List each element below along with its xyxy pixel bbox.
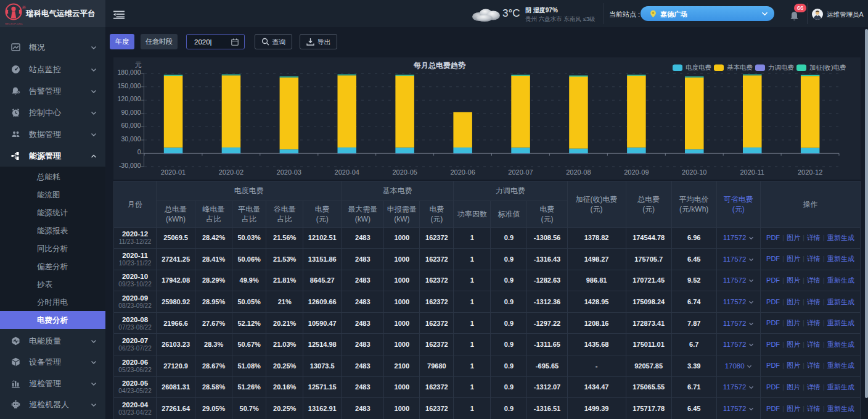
svg-text:2020-07: 2020-07 — [508, 168, 533, 176]
svg-text:2020-05: 2020-05 — [393, 168, 417, 176]
svg-text:2020-08: 2020-08 — [566, 168, 591, 176]
svg-text:2020-02: 2020-02 — [219, 168, 244, 176]
svg-text:2020-11: 2020-11 — [740, 168, 764, 176]
svg-text:60,000: 60,000 — [121, 122, 141, 129]
svg-text:150,000: 150,000 — [118, 82, 141, 89]
svg-text:-30,000: -30,000 — [119, 162, 141, 169]
svg-text:电度电费: 电度电费 — [686, 64, 711, 71]
svg-text:180,000: 180,000 — [118, 68, 141, 76]
svg-text:力调电费: 力调电费 — [768, 64, 794, 71]
svg-text:2020-06: 2020-06 — [450, 168, 475, 176]
svg-text:2020-04: 2020-04 — [335, 168, 359, 176]
svg-text:2020-10: 2020-10 — [682, 168, 706, 176]
svg-text:0: 0 — [137, 148, 141, 156]
svg-text:120,000: 120,000 — [118, 95, 141, 102]
svg-text:90,000: 90,000 — [121, 109, 141, 116]
svg-text:加征(收)电费: 加征(收)电费 — [809, 64, 846, 71]
svg-text:元: 元 — [135, 61, 142, 68]
svg-text:30,000: 30,000 — [121, 135, 141, 143]
svg-text:每月总电费趋势: 每月总电费趋势 — [413, 61, 466, 70]
svg-text:2020-01: 2020-01 — [161, 168, 186, 176]
svg-text:基本电费: 基本电费 — [727, 64, 753, 71]
svg-text:2020-09: 2020-09 — [624, 168, 649, 176]
svg-text:2020-12: 2020-12 — [798, 168, 822, 176]
svg-text:2020-03: 2020-03 — [277, 168, 301, 176]
